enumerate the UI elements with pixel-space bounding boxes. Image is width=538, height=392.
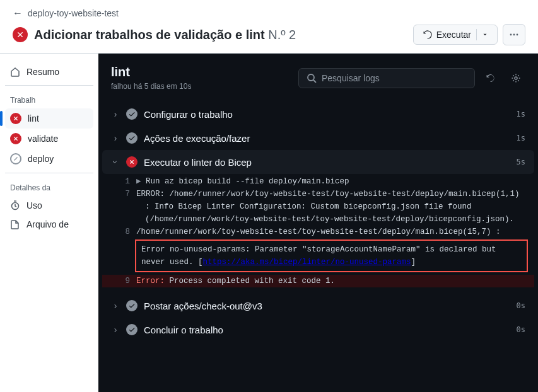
svg-line-6 <box>313 80 316 83</box>
chevron-right-icon: › <box>111 325 120 335</box>
log-line[interactable]: 7 ERROR: /home/runner/work/toy-website-t… <box>102 188 534 226</box>
error-highlight: Error no-unused-params: Parameter "stora… <box>135 239 528 272</box>
check-icon <box>126 300 137 311</box>
chevron-down-icon: › <box>110 158 120 166</box>
svg-point-5 <box>308 74 314 81</box>
breadcrumb-text: deploy-toy-website-test <box>28 8 119 18</box>
breadcrumb[interactable]: ← deploy-toy-website-test <box>13 8 525 19</box>
file-icon <box>10 219 20 229</box>
search-input[interactable]: Pesquisar logs <box>298 68 475 88</box>
step-setup-job[interactable]: › Configurar o trabalho 1s <box>102 102 534 126</box>
sidebar-usage[interactable]: Uso <box>5 196 93 215</box>
chevron-right-icon: › <box>111 109 120 119</box>
skipped-icon <box>10 153 21 164</box>
check-icon <box>126 324 137 335</box>
svg-point-7 <box>515 77 517 79</box>
sidebar-job-lint[interactable]: lint <box>5 108 93 129</box>
step-post-checkout[interactable]: › Postar ações/check-out@v3 0s <box>102 294 534 318</box>
gear-icon <box>511 73 521 83</box>
svg-point-1 <box>513 34 515 36</box>
settings-button[interactable] <box>506 69 525 88</box>
log-line[interactable]: 1 ▶ Run az bicep build --file deploy/mai… <box>102 175 534 188</box>
chevron-down-icon <box>482 32 488 38</box>
error-icon <box>126 156 137 168</box>
run-status-error-icon <box>13 27 28 42</box>
sync-icon <box>486 73 496 83</box>
error-icon <box>10 113 21 124</box>
check-icon <box>126 108 137 120</box>
stopwatch-icon <box>10 200 20 210</box>
job-title: lint <box>111 65 191 79</box>
search-icon <box>307 73 317 83</box>
chevron-right-icon: › <box>111 133 120 143</box>
svg-point-0 <box>510 34 512 36</box>
back-arrow-icon: ← <box>13 8 23 19</box>
kebab-menu-button[interactable] <box>503 24 525 45</box>
chevron-right-icon: › <box>111 301 120 311</box>
sidebar-job-validate[interactable]: validate <box>5 129 93 149</box>
page-title: Adicionar trabalhos de validação e lint … <box>34 28 296 42</box>
sidebar-details-header: Detalhes da <box>5 177 93 196</box>
sidebar-job-deploy[interactable]: deploy <box>5 149 93 169</box>
check-icon <box>126 132 137 144</box>
step-run-actions[interactable]: › Ações de execução/fazer 1s <box>102 126 534 150</box>
kebab-icon <box>509 30 519 40</box>
sidebar-artifacts[interactable]: Arquivo de <box>5 215 93 234</box>
error-link[interactable]: https://aka.ms/bicep/linter/no-unused-pa… <box>203 258 411 267</box>
rerun-button[interactable]: Executar <box>413 25 498 45</box>
run-number: N.º 2 <box>268 28 296 42</box>
log-output: 1 ▶ Run az bicep build --file deploy/mai… <box>102 174 534 294</box>
sidebar-jobs-header: Trabalh <box>5 89 93 108</box>
svg-line-3 <box>15 158 18 161</box>
home-icon <box>10 67 20 77</box>
log-line[interactable]: 9 Error: Process completed with exit cod… <box>102 275 534 287</box>
log-line[interactable]: 8 /home/runner/work/toy-website-test/toy… <box>102 226 534 238</box>
step-complete-job[interactable]: › Concluir o trabalho 0s <box>102 318 534 342</box>
refresh-button[interactable] <box>481 69 500 88</box>
step-bicep-linter[interactable]: › Executar o linter do Bicep 5s <box>102 150 534 174</box>
sidebar-summary[interactable]: Resumo <box>5 62 93 81</box>
sync-icon <box>423 30 433 40</box>
error-icon <box>10 133 21 144</box>
job-subtitle: falhou há 5 dias em 10s <box>111 82 191 91</box>
svg-point-2 <box>517 34 518 36</box>
